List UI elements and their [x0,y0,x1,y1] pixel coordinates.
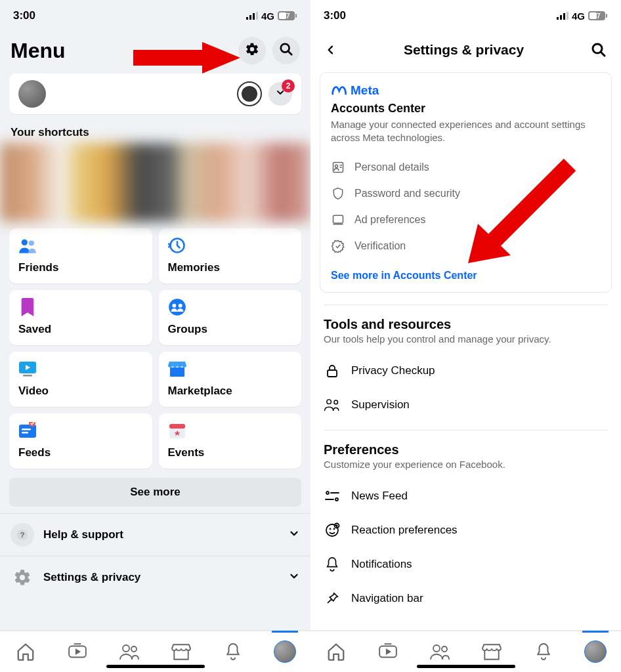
page-title: Settings & privacy [341,42,587,58]
svg-point-30 [131,646,137,652]
tab-home[interactable] [316,632,356,671]
svg-point-52 [335,498,338,501]
search-button[interactable] [272,37,300,64]
meta-brand: Meta [351,83,379,98]
tab-menu[interactable] [576,632,615,671]
groups-icon [168,298,186,316]
svg-rect-0 [246,17,248,20]
svg-rect-22 [22,432,28,434]
accounts-center-sub: Manage your connected experiences and ac… [331,118,601,145]
tile-label: Feeds [18,446,143,459]
tile-feeds[interactable]: Feeds [9,413,152,469]
tile-label: Memories [168,261,293,274]
row-privacy-checkup[interactable]: Privacy Checkup [324,354,608,388]
svg-point-42 [335,165,337,167]
tile-marketplace[interactable]: Marketplace [159,352,302,407]
signal-icon [557,12,568,20]
svg-point-10 [22,240,28,245]
tile-friends[interactable]: Friends [9,228,152,284]
tab-home[interactable] [6,632,45,671]
svg-point-55 [330,528,331,529]
row-supervision[interactable]: Supervision [324,388,608,422]
preferences-sub: Customize your experience on Facebook. [324,459,608,470]
tile-video[interactable]: Video [9,352,152,407]
svg-point-13 [169,299,186,316]
saved-icon [18,298,37,316]
switch-account-icon[interactable] [237,81,262,106]
svg-rect-19 [19,425,36,438]
tile-saved[interactable]: Saved [9,290,152,345]
ac-item-label: Personal details [354,161,429,173]
menu-help-support[interactable]: ? Help & support [0,513,310,556]
status-bar: 3:00 4G 47 [0,0,310,32]
row-notifications[interactable]: Notifications [324,547,608,581]
tab-menu[interactable] [265,632,305,671]
svg-point-62 [433,645,440,652]
svg-point-48 [327,399,332,404]
signal-icon [246,12,258,20]
search-button[interactable] [587,38,610,62]
profile-card[interactable]: 2 [9,74,301,114]
annotation-arrow [130,38,242,77]
svg-rect-2 [253,13,255,20]
see-more-button[interactable]: See more [9,478,301,507]
marketplace-icon [168,360,186,378]
news-feed-icon [324,488,341,505]
tile-label: Saved [18,323,143,336]
battery-icon: 47 [278,11,297,20]
row-label: Navigation bar [351,592,423,605]
row-label: Notifications [351,558,412,571]
svg-text:?: ? [20,530,24,539]
row-label: News Feed [351,490,408,503]
menu-label: Help & support [43,528,279,541]
gear-icon [245,42,259,59]
status-time: 3:00 [13,9,35,22]
back-button[interactable] [321,40,341,60]
svg-rect-36 [606,14,607,18]
tile-memories[interactable]: Memories [159,228,302,284]
menu-settings-privacy[interactable]: Settings & privacy [0,556,310,598]
settings-button[interactable] [238,37,266,64]
svg-rect-32 [560,15,562,20]
tab-video[interactable] [58,632,97,671]
shortcuts-row[interactable] [0,143,310,222]
see-more-accounts-center-link[interactable]: See more in Accounts Center [331,270,601,282]
tab-video[interactable] [368,632,408,671]
chevron-down-icon [288,528,300,542]
status-time: 3:00 [324,9,346,22]
svg-rect-33 [563,13,565,20]
svg-text:47: 47 [593,12,601,20]
svg-rect-31 [557,17,559,20]
feeds-icon [18,421,37,440]
tab-notifications[interactable] [213,632,253,671]
accounts-center-card: Meta Accounts Center Manage your connect… [320,72,612,293]
svg-rect-21 [22,429,31,430]
row-navigation-bar[interactable]: Navigation bar [324,581,608,616]
svg-text:47: 47 [282,12,290,20]
tab-notifications[interactable] [524,632,563,671]
ad-preferences-icon [331,213,345,227]
tools-sub: Our tools help you control and manage yo… [324,333,608,345]
svg-rect-24 [169,424,185,429]
supervision-icon [324,396,341,413]
avatar-icon [274,640,296,663]
memories-icon [168,236,186,255]
tile-events[interactable]: Events [159,413,302,469]
row-label: Reaction preferences [351,524,458,537]
ac-item-label: Password and security [354,188,460,200]
row-reaction-preferences[interactable]: Reaction preferences [324,513,608,547]
notification-badge: 2 [282,79,295,93]
video-icon [18,360,37,378]
home-indicator [106,665,205,668]
row-news-feed[interactable]: News Feed [324,479,608,513]
pin-icon [324,590,341,607]
tile-groups[interactable]: Groups [159,290,302,345]
accounts-center-heading: Accounts Center [331,102,601,116]
lock-icon [324,362,341,379]
svg-line-9 [288,51,292,55]
tools-heading: Tools and resources [324,317,608,332]
svg-point-29 [123,645,129,652]
meta-logo: Meta [331,83,601,98]
expand-accounts-button[interactable]: 2 [268,82,292,106]
svg-rect-1 [249,15,251,20]
